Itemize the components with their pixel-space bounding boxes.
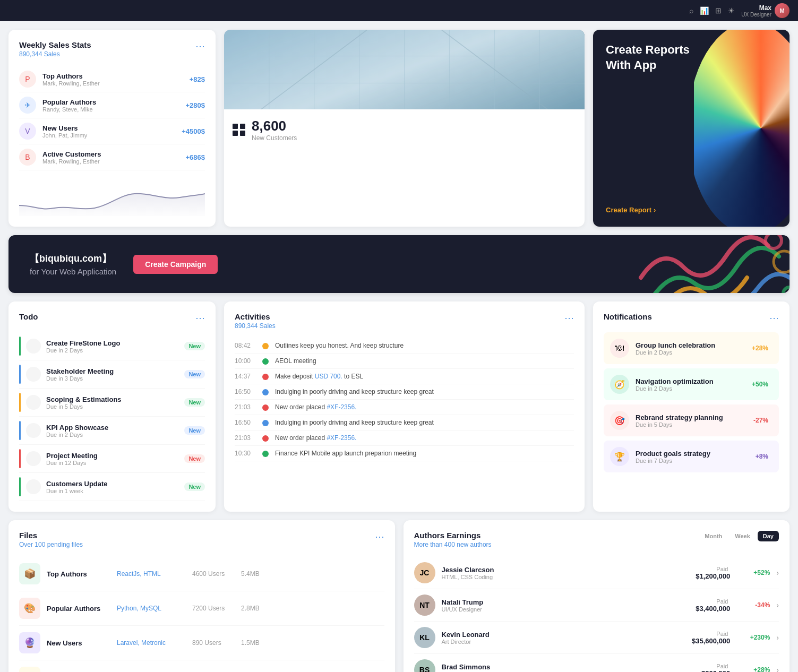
todo-name: Stakeholder Meeting	[46, 367, 179, 375]
stat-name: Active Customers	[42, 150, 185, 158]
search-icon[interactable]: ⌕	[689, 6, 693, 15]
notification-info: Group lunch celebration Due in 2 Days	[636, 341, 741, 356]
todo-item: Create FireStone Logo Due in 2 Days New	[19, 332, 205, 360]
todo-name: Create FireStone Logo	[46, 339, 179, 347]
svg-text:Roofing: Roofing	[238, 106, 313, 109]
theme-icon[interactable]: ☀	[728, 6, 735, 15]
activity-link[interactable]: #XF-2356.	[327, 403, 356, 411]
activity-time: 21:03	[235, 403, 256, 411]
activities-menu[interactable]: ⋯	[564, 312, 574, 324]
notification-title: Rebrand strategy planning	[636, 413, 743, 421]
chart-area	[19, 179, 205, 216]
period-week-button[interactable]: Week	[730, 531, 756, 541]
file-tech: Python, MySQL	[117, 605, 186, 612]
todo-name: Customers Update	[46, 480, 179, 488]
weekly-sales-card: Weekly Sales Stats 890,344 Sales ⋯ P Top…	[8, 30, 216, 227]
todo-bar	[19, 393, 21, 412]
stat-info: Top Authors Mark, Rowling, Esther	[42, 72, 190, 87]
activity-dot	[262, 451, 269, 457]
stat-row: V New Users John, Pat, Jimmy +4500$	[19, 118, 205, 144]
reports-link[interactable]: Create Report ›	[606, 206, 656, 214]
stat-info: New Users John, Pat, Jimmy	[42, 124, 182, 139]
todo-rows: Create FireStone Logo Due in 2 Days New …	[19, 332, 205, 501]
period-month-button[interactable]: Month	[699, 531, 727, 541]
todo-item: Customers Update Due in 1 week New	[19, 473, 205, 501]
file-icon: ⭐	[19, 667, 40, 672]
author-paid-label: Paid	[696, 566, 728, 572]
notification-info: Rebrand strategy planning Due in 5 Days	[636, 413, 743, 428]
author-row: JC Jessie Clarcson HTML, CSS Coding Paid…	[414, 557, 779, 589]
file-row: 🔮 New Users Laravel, Metronic 890 Users …	[19, 626, 384, 660]
chart-icon[interactable]: 📊	[700, 6, 709, 15]
activity-dot	[262, 435, 269, 442]
svg-point-17	[783, 287, 790, 293]
activity-row: 21:03 New order placed #XF-2356.	[235, 430, 574, 446]
author-chevron-right-icon[interactable]: ›	[776, 568, 779, 577]
stat-users: Mark, Rowling, Esther	[42, 80, 190, 87]
file-tech: Laravel, Metronic	[117, 639, 186, 647]
grid-icon[interactable]: ⊞	[715, 6, 722, 15]
todo-circle	[26, 339, 41, 354]
author-name: Kevin Leonard	[442, 631, 686, 639]
author-role: Art Director	[442, 639, 686, 645]
weekly-sales-menu[interactable]: ⋯	[195, 40, 205, 52]
stat-users: Mark, Rowling, Esther	[42, 158, 185, 165]
stat-icon: ✈	[19, 97, 36, 114]
activity-row: 08:42 Outlines keep you honest. And keep…	[235, 338, 574, 354]
author-change: +52%	[741, 569, 770, 576]
author-role: HTML, CSS Coding	[442, 574, 690, 580]
activity-link[interactable]: #XF-2356.	[327, 434, 356, 442]
todo-title: Todo	[19, 312, 38, 321]
todo-circle	[26, 395, 41, 410]
new-customers-label: New Customers	[252, 134, 297, 142]
todo-name: Scoping & Estimations	[46, 395, 179, 403]
file-size: 2.8MB	[241, 605, 260, 612]
roofing-bottom: 8,600 New Customers	[224, 109, 585, 150]
reports-card: Create Reports With App Create Report ›	[593, 30, 790, 227]
author-chevron-right-icon[interactable]: ›	[776, 633, 779, 642]
authors-earnings-subtitle: More than 400 new authors	[414, 541, 492, 548]
activity-text: AEOL meeting	[275, 357, 574, 365]
notification-title: Product goals strategy	[636, 450, 745, 458]
todo-circle	[26, 423, 41, 438]
todo-circle	[26, 479, 41, 494]
activities-card: Activities 890,344 Sales ⋯ 08:42 Outline…	[224, 301, 585, 512]
period-day-button[interactable]: Day	[758, 531, 779, 541]
notification-icon: 🍽	[610, 339, 629, 358]
file-size: 1.5MB	[241, 639, 260, 647]
files-title: Files	[19, 531, 83, 540]
files-menu[interactable]: ⋯	[375, 531, 384, 542]
todo-bar	[19, 477, 21, 496]
activity-row: 10:00 AEOL meeting	[235, 354, 574, 369]
todo-circle	[26, 451, 41, 466]
author-paid-section: Paid $3,400,000	[696, 598, 730, 613]
activity-link[interactable]: USD 700.	[315, 373, 342, 380]
notification-item: 🎯 Rebrand strategy planning Due in 5 Day…	[604, 404, 779, 436]
file-rows: 📦 Top Authors ReactJs, HTML 4600 Users 5…	[19, 557, 384, 672]
author-change: +230%	[741, 634, 770, 641]
activity-rows: 08:42 Outlines keep you honest. And keep…	[235, 338, 574, 461]
todo-due: Due in 1 week	[46, 488, 179, 494]
file-icon: 🔮	[19, 632, 40, 653]
todo-due: Due in 3 Days	[46, 375, 179, 382]
author-chevron-right-icon[interactable]: ›	[776, 601, 779, 609]
create-campaign-button[interactable]: Create Campaign	[133, 255, 218, 274]
avatar[interactable]: M	[775, 3, 790, 18]
todo-badge: New	[184, 370, 205, 378]
author-chevron-right-icon[interactable]: ›	[776, 666, 779, 672]
roofing-image: Roofing	[224, 30, 585, 109]
activity-time: 10:00	[235, 357, 256, 365]
notifications-menu[interactable]: ⋯	[769, 312, 779, 324]
file-name: Popular Authors	[47, 605, 110, 613]
activity-text: Indulging in poorly driving and keep str…	[275, 388, 574, 395]
todo-card: Todo ⋯ Create FireStone Logo Due in 2 Da…	[8, 301, 216, 512]
stat-row: B Active Customers Mark, Rowling, Esther…	[19, 144, 205, 170]
todo-item: Stakeholder Meeting Due in 3 Days New	[19, 360, 205, 389]
activity-time: 16:50	[235, 419, 256, 426]
stat-value: +82$	[190, 75, 205, 83]
todo-menu[interactable]: ⋯	[195, 312, 205, 324]
todo-info: KPI App Showcase Due in 2 Days	[46, 424, 179, 438]
file-name: New Users	[47, 639, 110, 647]
todo-due: Due in 5 Days	[46, 403, 179, 410]
notification-icon: 🏆	[610, 447, 629, 466]
